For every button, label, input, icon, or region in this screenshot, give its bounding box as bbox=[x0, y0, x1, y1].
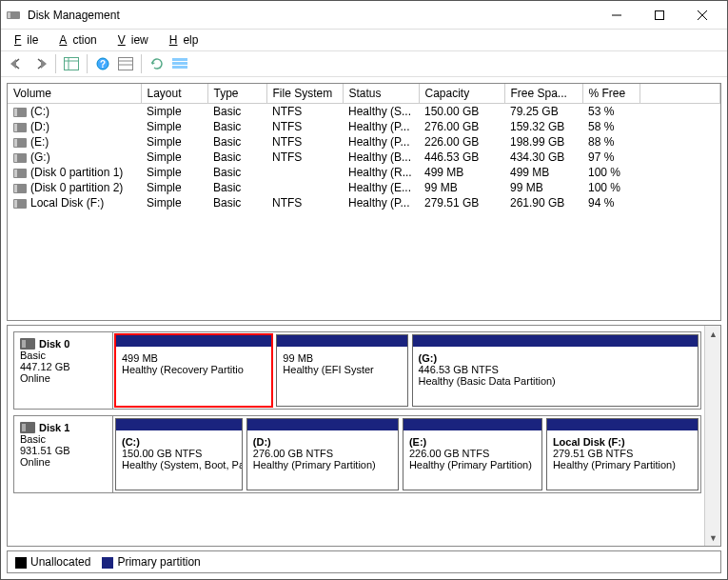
partition-stripe bbox=[277, 335, 406, 347]
window-title: Disk Management bbox=[28, 9, 595, 22]
volume-icon bbox=[13, 138, 27, 148]
volume-table[interactable]: VolumeLayoutTypeFile SystemStatusCapacit… bbox=[7, 83, 721, 321]
menu-file[interactable]: File bbox=[9, 31, 49, 49]
partitions: (C:)150.00 GB NTFSHealthy (System, Boot,… bbox=[113, 416, 700, 492]
maximize-button[interactable] bbox=[638, 1, 680, 29]
table-row[interactable]: (D:)SimpleBasicNTFSHealthy (P...276.00 G… bbox=[8, 119, 720, 134]
legend-unallocated: Unallocated bbox=[15, 555, 90, 569]
table-row[interactable]: (Disk 0 partition 2)SimpleBasicHealthy (… bbox=[8, 180, 720, 195]
disk-management-window: Disk Management File Action View Help ? … bbox=[0, 0, 728, 580]
svg-rect-14 bbox=[172, 58, 187, 61]
legend: Unallocated Primary partition bbox=[7, 550, 721, 573]
col-capacity[interactable]: Capacity bbox=[419, 84, 504, 104]
partition[interactable]: 99 MBHealthy (EFI Syster bbox=[276, 334, 407, 407]
scroll-down-icon[interactable]: ▼ bbox=[705, 530, 721, 546]
help-icon[interactable]: ? bbox=[92, 53, 113, 74]
disk-row[interactable]: Disk 0Basic447.12 GBOnline499 MBHealthy … bbox=[13, 331, 701, 410]
table-row[interactable]: (Disk 0 partition 1)SimpleBasicHealthy (… bbox=[8, 165, 720, 180]
graphical-view[interactable]: Disk 0Basic447.12 GBOnline499 MBHealthy … bbox=[7, 325, 721, 547]
partition-stripe bbox=[413, 335, 698, 347]
col-status[interactable]: Status bbox=[343, 84, 419, 104]
partition[interactable]: (E:)226.00 GB NTFSHealthy (Primary Parti… bbox=[403, 418, 542, 490]
volume-icon bbox=[13, 199, 27, 209]
scroll-up-icon[interactable]: ▲ bbox=[705, 326, 721, 342]
volume-icon bbox=[13, 153, 27, 163]
disk-info: Disk 0Basic447.12 GBOnline bbox=[14, 332, 113, 409]
col-type[interactable]: Type bbox=[207, 84, 266, 104]
partition[interactable]: (C:)150.00 GB NTFSHealthy (System, Boot,… bbox=[115, 418, 243, 490]
partition[interactable]: (D:)276.00 GB NTFSHealthy (Primary Parti… bbox=[246, 418, 399, 490]
titlebar: Disk Management bbox=[1, 1, 727, 30]
col-fs[interactable]: File System bbox=[266, 84, 343, 104]
partition-stripe bbox=[116, 335, 271, 347]
close-button[interactable] bbox=[680, 1, 723, 29]
col-free[interactable]: Free Spa... bbox=[504, 84, 582, 104]
svg-text:?: ? bbox=[100, 59, 106, 70]
table-row[interactable]: (E:)SimpleBasicNTFSHealthy (P...226.00 G… bbox=[8, 134, 720, 150]
menubar: File Action View Help bbox=[1, 30, 727, 50]
partition[interactable]: Local Disk (F:)279.51 GB NTFSHealthy (Pr… bbox=[546, 418, 698, 490]
partition[interactable]: (G:)446.53 GB NTFSHealthy (Basic Data Pa… bbox=[412, 334, 699, 407]
volume-icon bbox=[13, 184, 27, 193]
svg-rect-3 bbox=[655, 10, 663, 19]
disk-icon bbox=[20, 422, 35, 433]
show-hide-icon[interactable] bbox=[61, 53, 82, 74]
settings-icon[interactable] bbox=[115, 53, 136, 74]
partition-stripe bbox=[116, 419, 242, 430]
toolbar: ? bbox=[1, 50, 727, 77]
partition-stripe bbox=[247, 419, 398, 430]
back-button[interactable] bbox=[7, 53, 28, 74]
svg-rect-1 bbox=[8, 12, 10, 18]
menu-help[interactable]: Help bbox=[164, 31, 210, 49]
svg-rect-6 bbox=[65, 58, 79, 70]
partition-stripe bbox=[403, 419, 541, 430]
menu-action[interactable]: Action bbox=[53, 31, 108, 49]
table-row[interactable]: (C:)SimpleBasicNTFSHealthy (S...150.00 G… bbox=[8, 104, 720, 120]
svg-rect-16 bbox=[172, 66, 187, 69]
volume-icon bbox=[13, 108, 27, 117]
col-pct[interactable]: % Free bbox=[582, 84, 639, 104]
svg-rect-15 bbox=[172, 62, 187, 65]
partition[interactable]: 499 MBHealthy (Recovery Partitio bbox=[114, 333, 273, 408]
table-row[interactable]: Local Disk (F:)SimpleBasicNTFSHealthy (P… bbox=[8, 195, 720, 210]
col-volume[interactable]: Volume bbox=[8, 84, 141, 104]
volume-icon bbox=[13, 169, 27, 178]
partition-stripe bbox=[547, 419, 698, 430]
partitions: 499 MBHealthy (Recovery Partitio99 MBHea… bbox=[113, 332, 700, 409]
forward-button[interactable] bbox=[30, 53, 50, 74]
app-icon bbox=[5, 7, 22, 24]
list-icon[interactable] bbox=[169, 53, 190, 74]
volume-icon bbox=[13, 123, 27, 132]
disk-row[interactable]: Disk 1Basic931.51 GBOnline(C:)150.00 GB … bbox=[13, 415, 701, 493]
table-row[interactable]: (G:)SimpleBasicNTFSHealthy (B...446.53 G… bbox=[8, 150, 720, 165]
disk-info: Disk 1Basic931.51 GBOnline bbox=[14, 416, 113, 492]
disk-icon bbox=[20, 338, 35, 350]
minimize-button[interactable] bbox=[595, 1, 638, 29]
col-layout[interactable]: Layout bbox=[141, 84, 207, 104]
svg-rect-11 bbox=[119, 58, 133, 70]
menu-view[interactable]: View bbox=[112, 31, 160, 49]
refresh-icon[interactable] bbox=[147, 53, 167, 74]
scrollbar[interactable]: ▲ ▼ bbox=[704, 326, 720, 546]
content: VolumeLayoutTypeFile SystemStatusCapacit… bbox=[1, 77, 727, 579]
legend-primary: Primary partition bbox=[102, 555, 200, 569]
